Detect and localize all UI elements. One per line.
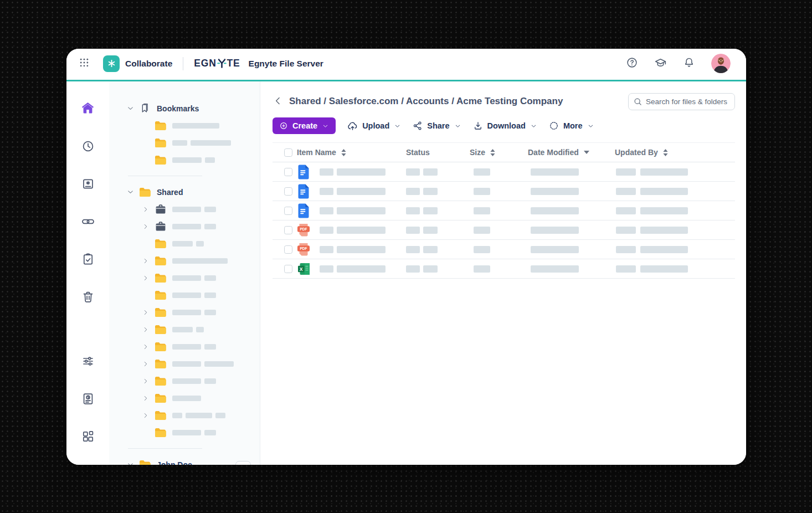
row-checkbox[interactable] bbox=[284, 245, 292, 254]
sort-icon[interactable] bbox=[663, 149, 668, 156]
table-row[interactable] bbox=[273, 182, 735, 201]
rail-clock-button[interactable] bbox=[81, 140, 95, 153]
folder-icon bbox=[139, 460, 151, 465]
placeholder-bar bbox=[531, 246, 579, 253]
chevron-right-icon[interactable] bbox=[142, 274, 150, 282]
tree-item[interactable] bbox=[142, 269, 260, 286]
tree-section-shared[interactable]: Shared bbox=[126, 183, 260, 201]
trash-icon bbox=[81, 290, 95, 304]
upload-label: Upload bbox=[362, 121, 389, 130]
placeholder-bar bbox=[191, 140, 231, 146]
column-header[interactable]: Item Name bbox=[297, 148, 406, 157]
tree-item[interactable] bbox=[142, 235, 260, 252]
download-button[interactable]: Download bbox=[473, 117, 537, 134]
upload-button[interactable]: Upload bbox=[347, 117, 401, 134]
folder-icon bbox=[139, 187, 151, 197]
tree-item[interactable] bbox=[142, 424, 260, 441]
chevron-right-icon[interactable] bbox=[142, 342, 150, 351]
rail-tasks-button[interactable] bbox=[81, 253, 95, 266]
chevron-down-icon[interactable] bbox=[126, 188, 135, 196]
table-row[interactable]: PDF bbox=[273, 220, 735, 240]
placeholder-bar bbox=[215, 413, 225, 418]
chevron-left-icon bbox=[273, 95, 284, 108]
row-checkbox[interactable] bbox=[284, 168, 292, 176]
select-all-checkbox[interactable] bbox=[284, 148, 292, 157]
tree-item[interactable] bbox=[142, 389, 260, 407]
tree-item[interactable] bbox=[142, 407, 260, 424]
share-button[interactable]: Share bbox=[413, 117, 461, 134]
help-button[interactable] bbox=[626, 57, 638, 70]
user-avatar[interactable] bbox=[711, 54, 731, 73]
column-header[interactable]: Status bbox=[406, 148, 470, 157]
skeleton-text bbox=[320, 168, 386, 176]
tree-item[interactable] bbox=[142, 134, 260, 151]
chevron-right-icon[interactable] bbox=[142, 394, 150, 402]
tree-item[interactable] bbox=[142, 286, 260, 304]
chevron-right-icon[interactable] bbox=[142, 411, 150, 419]
row-checkbox[interactable] bbox=[284, 265, 292, 273]
panel-collapse-handle[interactable] bbox=[235, 461, 251, 465]
back-button[interactable] bbox=[273, 95, 284, 108]
row-checkbox[interactable] bbox=[284, 187, 292, 196]
tree-item[interactable] bbox=[142, 117, 260, 134]
chevron-down-icon bbox=[394, 122, 401, 130]
column-header[interactable]: Updated By bbox=[615, 148, 723, 157]
tree-section-bookmarks[interactable]: Bookmarks bbox=[126, 100, 260, 117]
rail-filters-button[interactable] bbox=[81, 355, 95, 368]
sort-icon[interactable] bbox=[341, 149, 346, 156]
chevron-right-icon[interactable] bbox=[142, 308, 150, 316]
chevron-right-icon[interactable] bbox=[142, 205, 150, 213]
chevron-down-icon[interactable] bbox=[126, 104, 135, 112]
tree-item[interactable] bbox=[142, 151, 260, 168]
bookmarks-items bbox=[126, 117, 260, 168]
waffle-menu-button[interactable] bbox=[79, 57, 90, 70]
rail-trash-button[interactable] bbox=[81, 290, 95, 304]
placeholder-bar bbox=[204, 224, 216, 229]
table-row[interactable] bbox=[273, 162, 735, 182]
chevron-right-icon[interactable] bbox=[142, 360, 150, 368]
rail-workspace-button[interactable] bbox=[81, 177, 95, 191]
skeleton-text bbox=[172, 241, 204, 247]
rail-link-button[interactable] bbox=[81, 215, 95, 228]
breadcrumb[interactable]: Shared / Salesforce.com / Accounts / Acm… bbox=[289, 96, 563, 107]
row-checkbox[interactable] bbox=[284, 207, 292, 215]
create-button[interactable]: Create bbox=[273, 117, 336, 134]
notifications-button[interactable] bbox=[683, 57, 695, 70]
chevron-down-icon bbox=[587, 122, 594, 130]
tree-item[interactable] bbox=[142, 372, 260, 389]
placeholder-bar bbox=[640, 265, 688, 273]
more-button[interactable]: More bbox=[549, 117, 594, 134]
row-checkbox[interactable] bbox=[284, 226, 292, 234]
skeleton-text bbox=[474, 265, 490, 273]
placeholder-bar bbox=[204, 293, 216, 298]
tree-item[interactable] bbox=[142, 201, 260, 218]
chevron-right-icon[interactable] bbox=[142, 325, 150, 334]
column-header[interactable]: Date Modified bbox=[528, 148, 615, 157]
tree-item[interactable] bbox=[142, 218, 260, 235]
skeleton-text bbox=[320, 207, 386, 214]
chevron-down-icon[interactable] bbox=[126, 460, 135, 465]
chevron-right-icon[interactable] bbox=[142, 377, 150, 385]
egnyte-logo: EGNYTE EGNTE bbox=[194, 58, 240, 69]
rail-home-button[interactable] bbox=[81, 101, 95, 115]
tree-item[interactable] bbox=[142, 252, 260, 269]
search-input[interactable] bbox=[628, 93, 735, 110]
tree-item[interactable] bbox=[142, 304, 260, 321]
rail-apps-button[interactable] bbox=[81, 430, 95, 443]
column-headers: Item Name Status Size Date Modified Upda… bbox=[297, 148, 735, 157]
chevron-right-icon[interactable] bbox=[142, 222, 150, 230]
skeleton-text bbox=[616, 207, 688, 214]
folder-icon bbox=[155, 325, 166, 335]
sort-icon[interactable] bbox=[584, 151, 589, 154]
rail-reports-button[interactable] bbox=[81, 392, 95, 406]
sort-icon[interactable] bbox=[490, 149, 495, 156]
tree-item[interactable] bbox=[142, 321, 260, 338]
column-header[interactable]: Size bbox=[470, 148, 528, 157]
table-row[interactable] bbox=[273, 201, 735, 220]
chevron-right-icon[interactable] bbox=[142, 256, 150, 265]
tree-item[interactable] bbox=[142, 338, 260, 355]
table-row[interactable]: PDF bbox=[273, 240, 735, 259]
academy-button[interactable] bbox=[654, 57, 667, 71]
table-row[interactable]: X bbox=[273, 259, 735, 279]
tree-item[interactable] bbox=[142, 355, 260, 372]
